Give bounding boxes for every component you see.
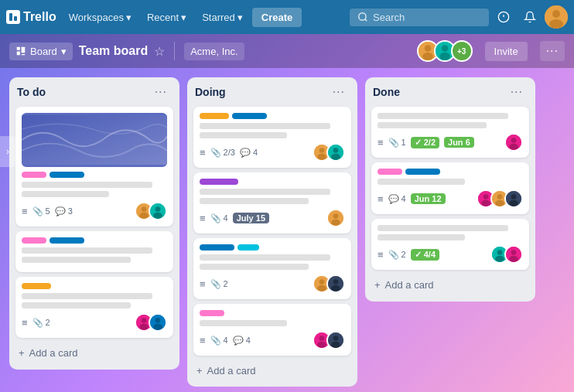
svg-point-29 (155, 318, 161, 323)
card-title-2-l1 (22, 247, 152, 254)
add-card-doing[interactable]: + Add a card (193, 360, 351, 381)
clip-count-dn1: 1 (401, 138, 406, 147)
card-todo-1[interactable]: ≡ 📎 5 💬 3 (15, 107, 173, 227)
column-header-doing: Doing ··· (193, 84, 351, 101)
badge-checklist-dn3: ✓ 4/4 (411, 249, 439, 261)
card-member-2 (149, 202, 167, 220)
sidebar-toggle[interactable]: › (0, 136, 15, 167)
column-menu-done[interactable]: ··· (506, 84, 528, 101)
card-badges-dn3: ≡ 📎 2 ✓ 4/4 (378, 249, 439, 261)
badge-date-dn2: Jun 12 (411, 193, 446, 204)
label-blue (50, 172, 84, 178)
card-image (22, 113, 167, 167)
starred-menu-button[interactable]: Starred ▾ (196, 9, 249, 26)
star-button[interactable]: ☆ (154, 44, 165, 59)
svg-point-50 (333, 336, 339, 341)
card-badges-d4: ≡ 📎 4 💬 4 (200, 335, 251, 346)
badge-comments: 💬 3 (55, 206, 73, 216)
create-button[interactable]: Create (252, 8, 302, 27)
search-icon (357, 12, 368, 22)
card-todo-2[interactable] (15, 231, 173, 272)
card-title-dn2-l1 (378, 179, 465, 185)
badge-clips-d3: 📎 2 (210, 279, 228, 289)
card-member-d1b-img (328, 143, 343, 162)
card-doing-1[interactable]: ≡ 📎 2/3 💬 4 (193, 107, 351, 168)
workspaces-menu-button[interactable]: Workspaces ▾ (63, 9, 138, 26)
svg-point-38 (333, 213, 339, 219)
card-doing-3[interactable]: ≡ 📎 2 (193, 238, 351, 299)
add-card-done[interactable]: + Add a card (371, 274, 529, 295)
svg-point-45 (331, 285, 340, 291)
card-badges-d2: ≡ 📎 4 July 15 (200, 213, 269, 224)
card-title-line-1 (22, 182, 152, 188)
svg-point-51 (331, 342, 340, 348)
badge-list-dn1: ≡ (378, 137, 384, 148)
nav-divider (174, 42, 175, 60)
column-menu-todo[interactable]: ··· (150, 84, 172, 101)
invite-button[interactable]: Invite (485, 42, 528, 61)
recent-menu-button[interactable]: Recent ▾ (141, 9, 193, 26)
svg-point-69 (509, 256, 518, 262)
card-done-3[interactable]: ≡ 📎 2 ✓ 4/4 (371, 219, 529, 270)
badge-clips-d4: 📎 4 (210, 336, 228, 346)
card-member-d1b (326, 143, 345, 162)
badge-list: ≡ (22, 206, 28, 217)
svg-point-35 (333, 148, 339, 153)
svg-point-44 (333, 279, 339, 285)
badge-list-3: ≡ (22, 317, 28, 329)
card-done-2[interactable]: ≡ 💬 4 Jun 12 (371, 162, 529, 214)
label-purple-d2 (200, 179, 238, 185)
clip-icon-3: 📎 (32, 318, 43, 328)
trello-logo[interactable]: Trello (6, 10, 56, 24)
svg-point-62 (511, 194, 517, 199)
card-title-d4-l1 (200, 320, 287, 326)
card-done-1[interactable]: ≡ 📎 1 ✓ 2/2 Jun 6 (371, 107, 529, 158)
card-doing-2[interactable]: ≡ 📎 4 July 15 (193, 172, 351, 233)
add-card-doing-label: Add a card (207, 365, 256, 377)
badge-list-dn3: ≡ (378, 249, 384, 261)
card-title-dn3-l2 (378, 234, 465, 240)
card-member-dn1a-img (506, 133, 521, 152)
svg-point-65 (497, 250, 503, 255)
card-footer-3: ≡ 📎 2 (22, 313, 167, 332)
notifications-button[interactable] (518, 5, 542, 29)
clip-count-d4: 4 (224, 336, 228, 345)
add-card-doing-icon: + (196, 365, 203, 377)
card-doing-4[interactable]: ≡ 📎 4 💬 4 (193, 304, 351, 356)
svg-point-39 (331, 220, 340, 226)
svg-point-0 (359, 13, 366, 20)
board-more-button[interactable]: ··· (540, 41, 565, 61)
trello-bar-left (9, 13, 12, 21)
trello-bar-right (14, 16, 17, 21)
search-bar[interactable]: Search (350, 9, 489, 26)
card-member-d4b (326, 331, 345, 349)
list-icon: ≡ (22, 206, 28, 217)
label-pink-dn2 (378, 169, 402, 175)
column-doing: Doing ··· ≡ 📎 2/3 (187, 77, 357, 387)
board-view-chevron-icon: ▾ (61, 46, 67, 57)
member-avatar-count[interactable]: +3 (451, 40, 473, 62)
workspace-label[interactable]: Acme, Inc. (184, 43, 244, 60)
card-title-dn1-l1 (378, 113, 508, 119)
card-labels-2 (22, 237, 167, 244)
label-teal-d3 (237, 244, 259, 251)
card-members (135, 202, 167, 220)
column-menu-doing[interactable]: ··· (328, 84, 350, 101)
svg-point-7 (549, 19, 563, 29)
card-title-d3-l2 (200, 264, 309, 270)
svg-point-36 (331, 154, 340, 160)
label-blue-dn2 (405, 169, 440, 175)
info-button[interactable] (492, 5, 515, 29)
add-card-todo-label: Add a card (29, 347, 78, 359)
user-avatar[interactable] (545, 5, 568, 29)
svg-point-13 (424, 45, 431, 52)
list-icon-dn1: ≡ (378, 137, 384, 148)
card-badges-3: ≡ 📎 2 (22, 317, 50, 329)
comment-icon-d4: 💬 (233, 336, 244, 346)
board-view-button[interactable]: Board ▾ (9, 43, 73, 60)
card-todo-3[interactable]: ≡ 📎 2 (15, 277, 173, 338)
clip-count-3: 2 (46, 318, 50, 327)
board-view-label: Board (30, 46, 57, 57)
add-card-todo[interactable]: + Add a card (15, 343, 173, 363)
clip-icon-d4: 📎 (210, 336, 221, 346)
